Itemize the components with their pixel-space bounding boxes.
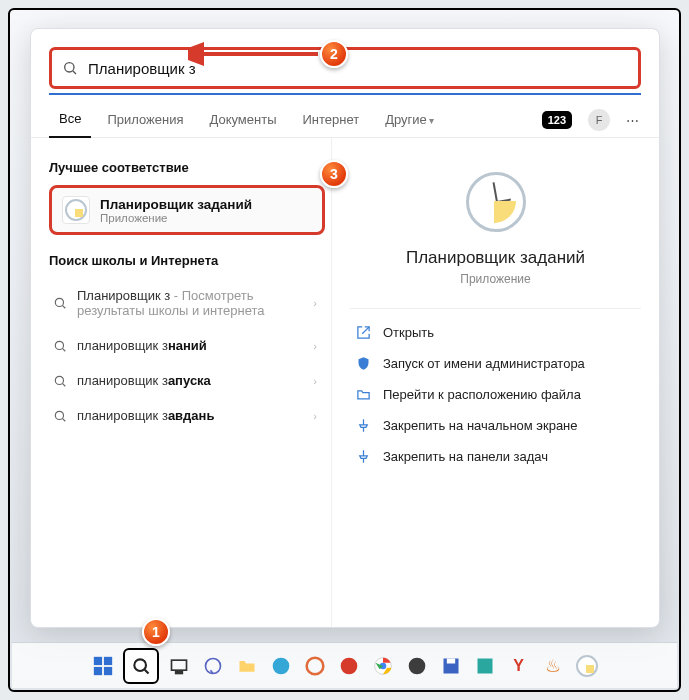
- search-underline: [49, 93, 641, 95]
- taskbar-yandex[interactable]: Y: [505, 652, 533, 680]
- taskbar-explorer[interactable]: [233, 652, 261, 680]
- svg-point-6: [55, 376, 63, 384]
- web-search-heading: Поиск школы и Интернета: [49, 253, 325, 268]
- preview-title: Планировщик заданий: [406, 248, 585, 268]
- circle-icon: [407, 656, 427, 676]
- svg-point-18: [205, 658, 220, 673]
- svg-rect-10: [93, 656, 101, 664]
- divider: [350, 308, 641, 309]
- taskbar-chat[interactable]: [199, 652, 227, 680]
- user-avatar[interactable]: F: [588, 109, 610, 131]
- action-open[interactable]: Открыть: [350, 317, 641, 348]
- folder-icon: [237, 656, 257, 676]
- taskbar-task-scheduler[interactable]: [573, 652, 601, 680]
- svg-rect-13: [103, 666, 111, 674]
- chevron-right-icon: ›: [313, 410, 317, 422]
- action-pin-start[interactable]: Закрепить на начальном экране: [350, 410, 641, 441]
- taskbar-app-save[interactable]: [437, 652, 465, 680]
- best-match-subtitle: Приложение: [100, 212, 252, 224]
- tab-apps[interactable]: Приложения: [97, 104, 193, 137]
- callout-2: 2: [320, 40, 348, 68]
- yandex-icon: Y: [513, 657, 524, 675]
- pin-icon: [356, 449, 371, 464]
- svg-point-21: [340, 657, 357, 674]
- taskbar-app-teal[interactable]: [471, 652, 499, 680]
- action-pin-taskbar[interactable]: Закрепить на панели задач: [350, 441, 641, 472]
- taskbar-edge[interactable]: [267, 652, 295, 680]
- suggestion-запуска[interactable]: планировщик запуска ›: [49, 363, 325, 398]
- svg-point-20: [306, 657, 323, 674]
- svg-point-0: [65, 63, 74, 72]
- svg-rect-11: [103, 656, 111, 664]
- annotation-arrow: [188, 42, 328, 66]
- preview-subtitle: Приложение: [460, 272, 530, 286]
- input-indicator-badge[interactable]: 123: [542, 111, 572, 129]
- suggestion-знаний[interactable]: планировщик знаний ›: [49, 328, 325, 363]
- search-icon: [131, 656, 151, 676]
- start-button[interactable]: [89, 652, 117, 680]
- chrome-icon: [373, 656, 393, 676]
- chat-icon: [203, 656, 223, 676]
- taskbar-app-orange[interactable]: [301, 652, 329, 680]
- folder-icon: [356, 387, 371, 402]
- search-input[interactable]: [88, 60, 628, 77]
- taskbar-app-dark[interactable]: [403, 652, 431, 680]
- tab-all[interactable]: Все: [49, 103, 91, 138]
- svg-line-3: [63, 306, 66, 309]
- svg-point-19: [272, 657, 289, 674]
- svg-line-9: [63, 418, 66, 421]
- tab-web[interactable]: Интернет: [292, 104, 369, 137]
- more-options[interactable]: ⋯: [626, 113, 641, 128]
- circle-icon: [305, 656, 325, 676]
- svg-point-2: [55, 298, 63, 306]
- svg-rect-12: [93, 666, 101, 674]
- floppy-icon: [441, 656, 461, 676]
- shield-icon: [356, 356, 371, 371]
- suggestion-завдань[interactable]: планировщик завдань ›: [49, 398, 325, 433]
- action-open-file-location[interactable]: Перейти к расположению файла: [350, 379, 641, 410]
- taskbar-chrome[interactable]: [369, 652, 397, 680]
- best-match-result[interactable]: Планировщик заданий Приложение: [49, 185, 325, 235]
- best-match-title: Планировщик заданий: [100, 197, 252, 212]
- taskbar-app-red[interactable]: [335, 652, 363, 680]
- svg-point-14: [134, 659, 146, 671]
- callout-1: 1: [142, 618, 170, 646]
- svg-line-15: [144, 669, 148, 673]
- svg-rect-27: [477, 658, 492, 673]
- taskbar-search[interactable]: [123, 648, 159, 684]
- callout-3: 3: [320, 160, 348, 188]
- flame-icon: ♨: [545, 655, 561, 677]
- svg-rect-16: [171, 660, 186, 670]
- search-icon: [53, 296, 67, 310]
- chevron-down-icon: ▾: [429, 115, 434, 126]
- svg-rect-26: [446, 658, 454, 663]
- action-run-as-admin[interactable]: Запуск от имени администратора: [350, 348, 641, 379]
- search-panel: Все Приложения Документы Интернет Другие…: [30, 28, 660, 628]
- tab-documents[interactable]: Документы: [199, 104, 286, 137]
- square-icon: [475, 656, 495, 676]
- open-icon: [356, 325, 371, 340]
- search-icon: [53, 339, 67, 353]
- search-icon: [62, 60, 78, 76]
- svg-point-24: [408, 657, 425, 674]
- svg-rect-17: [175, 671, 182, 673]
- chevron-right-icon: ›: [313, 340, 317, 352]
- preview-pane: Планировщик заданий Приложение Открыть З…: [331, 138, 659, 627]
- search-icon: [53, 409, 67, 423]
- clock-icon: [576, 655, 598, 677]
- chevron-right-icon: ›: [313, 297, 317, 309]
- taskbar-app-flame[interactable]: ♨: [539, 652, 567, 680]
- svg-line-5: [63, 348, 66, 351]
- edge-icon: [271, 656, 291, 676]
- results-column: Лучшее соответствие Планировщик заданий …: [31, 138, 331, 627]
- svg-point-4: [55, 341, 63, 349]
- svg-line-1: [73, 71, 76, 74]
- pin-icon: [356, 418, 371, 433]
- svg-point-8: [55, 411, 63, 419]
- taskbar-task-view[interactable]: [165, 652, 193, 680]
- task-view-icon: [169, 656, 189, 676]
- tab-more[interactable]: Другие▾: [375, 104, 444, 137]
- svg-line-7: [63, 383, 66, 386]
- suggestion-web-results[interactable]: Планировщик з - Посмотреть результаты шк…: [49, 278, 325, 328]
- filter-tabs: Все Приложения Документы Интернет Другие…: [31, 97, 659, 138]
